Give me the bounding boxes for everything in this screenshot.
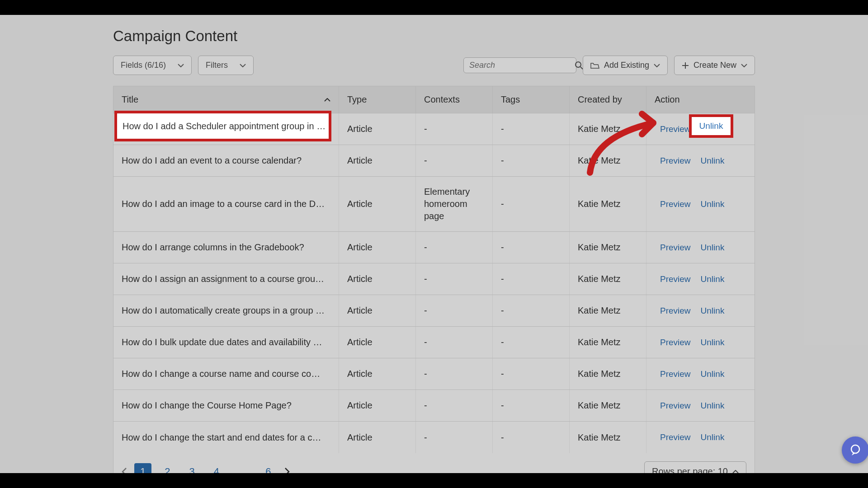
cell-contexts: - (415, 422, 492, 453)
letterbox-top (0, 0, 868, 15)
cell-created-by: Katie Metz (569, 263, 646, 295)
folder-open-icon (590, 62, 599, 69)
cell-tags: - (492, 232, 569, 263)
search-input[interactable] (469, 61, 575, 70)
chat-icon (849, 444, 862, 456)
unlink-link[interactable]: Unlink (701, 369, 725, 379)
fields-dropdown[interactable]: Fields (6/16) (113, 56, 192, 75)
cell-title[interactable]: How do I bulk update due dates and avail… (113, 327, 339, 358)
toolbar: Fields (6/16) Filters Add Existing (113, 56, 755, 75)
cell-tags: - (492, 390, 569, 421)
col-header-created-by[interactable]: Created by (569, 86, 646, 113)
cell-tags: - (492, 145, 569, 176)
preview-link[interactable]: Preview (660, 274, 691, 284)
table-row: How do I change a course name and course… (113, 358, 755, 390)
col-header-type[interactable]: Type (339, 86, 415, 113)
cell-title[interactable]: How do I add an image to a course card i… (113, 177, 339, 231)
cell-action: PreviewUnlink (646, 422, 755, 453)
letterbox-bottom (0, 473, 868, 488)
cell-created-by: Katie Metz (569, 113, 646, 145)
fields-label: Fields (6/16) (121, 61, 166, 70)
chevron-down-icon (240, 64, 246, 67)
create-new-label: Create New (693, 61, 736, 70)
cell-title[interactable]: How do I add an event to a course calend… (113, 145, 339, 176)
cell-type: Article (339, 263, 415, 295)
chevron-down-icon (741, 64, 747, 67)
cell-tags: - (492, 422, 569, 453)
cell-title[interactable]: How do I change the Course Home Page? (113, 390, 339, 421)
table-row: How do I add an image to a course card i… (113, 177, 755, 232)
svg-point-0 (576, 62, 581, 67)
search-box[interactable] (463, 57, 576, 73)
table-header: Title Type Contexts Tags Created by Acti… (113, 86, 755, 113)
chevron-down-icon (178, 64, 184, 67)
table-row: How do I assign an assignment to a cours… (113, 263, 755, 295)
cell-action: PreviewUnlink (646, 232, 755, 263)
add-existing-label: Add Existing (604, 61, 649, 70)
col-header-contexts[interactable]: Contexts (415, 86, 492, 113)
cell-title[interactable]: How do I assign an assignment to a cours… (113, 263, 339, 295)
cell-tags: - (492, 263, 569, 295)
cell-title[interactable]: How do I automatically create groups in … (113, 295, 339, 326)
preview-link[interactable]: Preview (660, 432, 691, 442)
cell-contexts: - (415, 327, 492, 358)
sort-asc-icon (324, 98, 330, 102)
preview-link[interactable]: Preview (660, 124, 691, 134)
cell-type: Article (339, 295, 415, 326)
unlink-link[interactable]: Unlink (701, 306, 725, 316)
cell-type: Article (339, 113, 415, 145)
page-title: Campaign Content (113, 28, 755, 45)
cell-contexts: - (415, 145, 492, 176)
cell-created-by: Katie Metz (569, 145, 646, 176)
preview-link[interactable]: Preview (660, 401, 691, 411)
table-row: How do I add an event to a course calend… (113, 145, 755, 177)
unlink-link[interactable]: Unlink (701, 338, 725, 347)
col-header-action: Action (646, 86, 755, 113)
cell-action: PreviewUnlink (646, 358, 755, 389)
table-row: How do I change the start and end dates … (113, 422, 755, 453)
filters-dropdown[interactable]: Filters (198, 56, 254, 75)
search-icon (575, 61, 584, 70)
cell-title[interactable]: How do I change the start and end dates … (113, 422, 339, 453)
preview-link[interactable]: Preview (660, 156, 691, 166)
col-header-tags[interactable]: Tags (492, 86, 569, 113)
cell-created-by: Katie Metz (569, 232, 646, 263)
cell-tags: - (492, 295, 569, 326)
cell-type: Article (339, 327, 415, 358)
annotation-highlight-unlink: Unlink (689, 114, 733, 138)
cell-type: Article (339, 145, 415, 176)
cell-created-by: Katie Metz (569, 327, 646, 358)
cell-title[interactable]: How do I arrange columns in the Gradeboo… (113, 232, 339, 263)
help-fab[interactable] (842, 436, 868, 464)
table-row: How do I arrange columns in the Gradeboo… (113, 232, 755, 263)
unlink-link[interactable]: Unlink (701, 401, 725, 411)
add-existing-button[interactable]: Add Existing (583, 56, 668, 75)
preview-link[interactable]: Preview (660, 369, 691, 379)
unlink-link[interactable]: Unlink (701, 243, 725, 253)
cell-action: PreviewUnlink (646, 263, 755, 295)
cell-type: Article (339, 358, 415, 389)
main-container: Campaign Content Fields (6/16) Filters (0, 15, 868, 473)
create-new-button[interactable]: Create New (674, 56, 755, 75)
cell-created-by: Katie Metz (569, 177, 646, 231)
content-table: Title Type Contexts Tags Created by Acti… (113, 86, 755, 482)
unlink-link[interactable]: Unlink (701, 156, 725, 166)
cell-tags: - (492, 113, 569, 145)
table-row: How do I bulk update due dates and avail… (113, 327, 755, 358)
cell-type: Article (339, 177, 415, 231)
preview-link[interactable]: Preview (660, 243, 691, 253)
preview-link[interactable]: Preview (660, 306, 691, 316)
unlink-link[interactable]: Unlink (701, 199, 725, 209)
cell-action: PreviewUnlink (646, 145, 755, 176)
unlink-link[interactable]: Unlink (701, 274, 725, 284)
col-header-title[interactable]: Title (113, 86, 339, 113)
cell-title[interactable]: How do I change a course name and course… (113, 358, 339, 389)
cell-tags: - (492, 177, 569, 231)
svg-point-4 (851, 445, 859, 453)
table-row: How do I automatically create groups in … (113, 295, 755, 327)
unlink-link[interactable]: Unlink (701, 432, 725, 442)
table-body: How do I add a Scheduler appointment gro… (113, 113, 755, 453)
preview-link[interactable]: Preview (660, 338, 691, 347)
cell-action: PreviewUnlink (646, 327, 755, 358)
preview-link[interactable]: Preview (660, 199, 691, 209)
